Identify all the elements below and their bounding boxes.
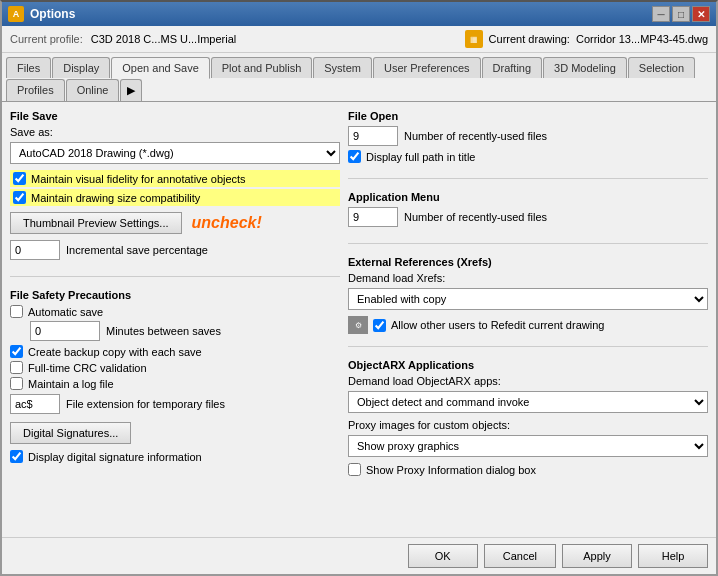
- profile-label: Current profile:: [10, 33, 83, 45]
- help-button[interactable]: Help: [638, 544, 708, 568]
- profile-bar: Current profile: C3D 2018 C...MS U...Imp…: [2, 26, 716, 53]
- checkbox-refedit[interactable]: [373, 319, 386, 332]
- left-panel: File Save Save as: AutoCAD 2018 Drawing …: [10, 110, 340, 529]
- app-icon: A: [8, 6, 24, 22]
- recent-files-row: 9 Number of recently-used files: [348, 126, 708, 146]
- drawing-value: Corridor 13...MP43-45.dwg: [576, 33, 708, 45]
- digital-sig-label: Display digital signature information: [28, 451, 202, 463]
- checkbox-drawing-size-row: Maintain drawing size compatibility: [10, 189, 340, 206]
- file-safety-title: File Safety Precautions: [10, 289, 340, 301]
- drawing-info: ▦ Current drawing: Corridor 13...MP43-45…: [465, 30, 708, 48]
- file-open-title: File Open: [348, 110, 708, 122]
- tab-online[interactable]: Online: [66, 79, 120, 101]
- cancel-button[interactable]: Cancel: [484, 544, 556, 568]
- incremental-label: Incremental save percentage: [66, 244, 208, 256]
- extension-input[interactable]: [10, 394, 60, 414]
- auto-save-label: Automatic save: [28, 306, 103, 318]
- bottom-bar: OK Cancel Apply Help: [2, 537, 716, 574]
- recent-files-value: 9: [348, 126, 398, 146]
- app-menu-title: Application Menu: [348, 191, 708, 203]
- thumbnail-preview-button[interactable]: Thumbnail Preview Settings...: [10, 212, 182, 234]
- tab-profiles[interactable]: Profiles: [6, 79, 65, 101]
- checkbox-visual-fidelity-label: Maintain visual fidelity for annotative …: [31, 173, 246, 185]
- content-area: File Save Save as: AutoCAD 2018 Drawing …: [2, 102, 716, 537]
- auto-save-row: Automatic save: [10, 305, 340, 318]
- proxy-label: Proxy images for custom objects:: [348, 419, 510, 431]
- checkbox-drawing-size[interactable]: [13, 191, 26, 204]
- objectarx-section: ObjectARX Applications Demand load Objec…: [348, 359, 708, 479]
- crc-row: Full-time CRC validation: [10, 361, 340, 374]
- checkbox-drawing-size-label: Maintain drawing size compatibility: [31, 192, 200, 204]
- refedit-label: Allow other users to Refedit current dra…: [391, 319, 604, 331]
- minutes-input[interactable]: [30, 321, 100, 341]
- tab-plot-and-publish[interactable]: Plot and Publish: [211, 57, 313, 78]
- app-recent-label: Number of recently-used files: [404, 211, 547, 223]
- incremental-row: Incremental save percentage: [10, 240, 340, 260]
- checkbox-visual-fidelity-row: Maintain visual fidelity for annotative …: [10, 170, 340, 187]
- tab-3d-modeling[interactable]: 3D Modeling: [543, 57, 627, 78]
- tab-system[interactable]: System: [313, 57, 372, 78]
- xrefs-title: External References (Xrefs): [348, 256, 708, 268]
- log-row: Maintain a log file: [10, 377, 340, 390]
- title-bar: A Options ─ □ ✕: [2, 2, 716, 26]
- app-recent-value: 9: [348, 207, 398, 227]
- tabs-bar: Files Display Open and Save Plot and Pub…: [2, 53, 716, 102]
- title-bar-left: A Options: [8, 6, 75, 22]
- tab-files[interactable]: Files: [6, 57, 51, 78]
- digital-sig-row: Display digital signature information: [10, 450, 340, 463]
- refedit-icon: ⚙: [348, 316, 368, 334]
- checkbox-auto-save[interactable]: [10, 305, 23, 318]
- demand-arx-select[interactable]: Object detect and command invoke: [348, 391, 708, 413]
- tab-drafting[interactable]: Drafting: [482, 57, 543, 78]
- app-menu-section: Application Menu 9 Number of recently-us…: [348, 191, 708, 231]
- crc-label: Full-time CRC validation: [28, 362, 147, 374]
- demand-load-label: Demand load Xrefs:: [348, 272, 445, 284]
- checkbox-crc[interactable]: [10, 361, 23, 374]
- right-panel: File Open 9 Number of recently-used file…: [348, 110, 708, 529]
- minutes-label: Minutes between saves: [106, 325, 221, 337]
- tab-more-button[interactable]: ▶: [120, 79, 142, 101]
- full-path-row: Display full path in title: [348, 150, 708, 163]
- digital-signatures-button[interactable]: Digital Signatures...: [10, 422, 131, 444]
- file-save-section: File Save Save as: AutoCAD 2018 Drawing …: [10, 110, 340, 264]
- maximize-button[interactable]: □: [672, 6, 690, 22]
- apply-button[interactable]: Apply: [562, 544, 632, 568]
- demand-load-select[interactable]: Enabled with copy: [348, 288, 708, 310]
- extension-row: File extension for temporary files: [10, 394, 340, 414]
- backup-row: Create backup copy with each save: [10, 345, 340, 358]
- save-as-select[interactable]: AutoCAD 2018 Drawing (*.dwg): [10, 142, 340, 164]
- log-label: Maintain a log file: [28, 378, 114, 390]
- proxy-select[interactable]: Show proxy graphics: [348, 435, 708, 457]
- proxy-info-row: Show Proxy Information dialog box: [348, 463, 708, 476]
- tab-user-preferences[interactable]: User Preferences: [373, 57, 481, 78]
- checkbox-full-path[interactable]: [348, 150, 361, 163]
- tab-selection[interactable]: Selection: [628, 57, 695, 78]
- file-safety-section: File Safety Precautions Automatic save M…: [10, 289, 340, 466]
- objectarx-title: ObjectARX Applications: [348, 359, 708, 371]
- file-open-section: File Open 9 Number of recently-used file…: [348, 110, 708, 166]
- file-save-title: File Save: [10, 110, 340, 122]
- refedit-row: ⚙ Allow other users to Refedit current d…: [348, 316, 708, 334]
- tab-open-and-save[interactable]: Open and Save: [111, 57, 209, 79]
- save-as-label: Save as:: [10, 126, 53, 138]
- incremental-input[interactable]: [10, 240, 60, 260]
- backup-label: Create backup copy with each save: [28, 346, 202, 358]
- checkbox-visual-fidelity[interactable]: [13, 172, 26, 185]
- minimize-button[interactable]: ─: [652, 6, 670, 22]
- demand-arx-label: Demand load ObjectARX apps:: [348, 375, 501, 387]
- close-button[interactable]: ✕: [692, 6, 710, 22]
- minutes-row: Minutes between saves: [30, 321, 340, 341]
- uncheck-label: uncheck!: [192, 214, 262, 232]
- full-path-label: Display full path in title: [366, 151, 475, 163]
- tab-display[interactable]: Display: [52, 57, 110, 78]
- extension-label: File extension for temporary files: [66, 398, 225, 410]
- recent-files-label: Number of recently-used files: [404, 130, 547, 142]
- title-buttons: ─ □ ✕: [652, 6, 710, 22]
- checkbox-proxy-info[interactable]: [348, 463, 361, 476]
- ok-button[interactable]: OK: [408, 544, 478, 568]
- checkbox-digital-sig[interactable]: [10, 450, 23, 463]
- checkbox-backup[interactable]: [10, 345, 23, 358]
- checkbox-log[interactable]: [10, 377, 23, 390]
- window-title: Options: [30, 7, 75, 21]
- options-window: A Options ─ □ ✕ Current profile: C3D 201…: [0, 0, 718, 576]
